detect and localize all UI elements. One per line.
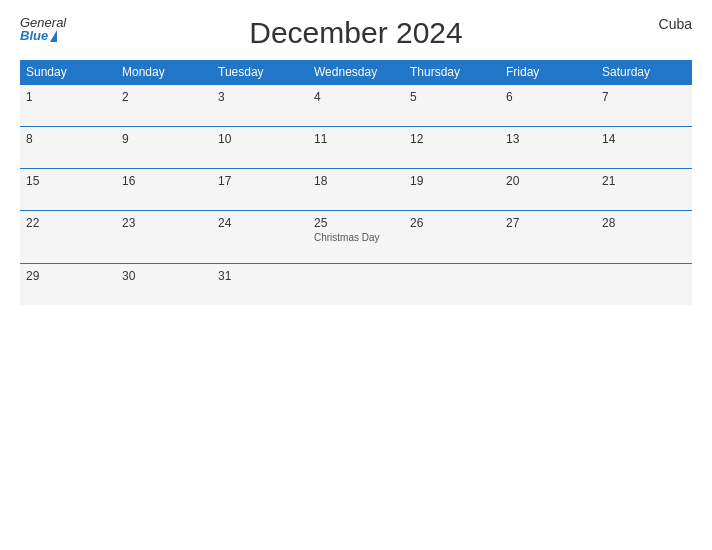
day-number: 5 <box>410 90 494 104</box>
header-saturday: Saturday <box>596 60 692 85</box>
table-row: 18 <box>308 169 404 211</box>
table-row: 29 <box>20 264 116 306</box>
day-number: 13 <box>506 132 590 146</box>
day-number: 28 <box>602 216 686 230</box>
day-number: 15 <box>26 174 110 188</box>
day-number: 22 <box>26 216 110 230</box>
day-number: 29 <box>26 269 110 283</box>
day-number: 7 <box>602 90 686 104</box>
page-title: December 2024 <box>249 16 462 50</box>
table-row: 14 <box>596 127 692 169</box>
table-row: 8 <box>20 127 116 169</box>
logo: General Blue <box>20 16 66 42</box>
day-number: 17 <box>218 174 302 188</box>
day-number: 23 <box>122 216 206 230</box>
table-row: 21 <box>596 169 692 211</box>
day-number: 31 <box>218 269 302 283</box>
table-row: 2 <box>116 85 212 127</box>
table-row: 31 <box>212 264 308 306</box>
table-row: 27 <box>500 211 596 264</box>
table-row: 28 <box>596 211 692 264</box>
weekday-header-row: Sunday Monday Tuesday Wednesday Thursday… <box>20 60 692 85</box>
day-number: 20 <box>506 174 590 188</box>
day-number: 24 <box>218 216 302 230</box>
day-number: 3 <box>218 90 302 104</box>
table-row: 26 <box>404 211 500 264</box>
table-row <box>308 264 404 306</box>
day-number: 30 <box>122 269 206 283</box>
day-number: 11 <box>314 132 398 146</box>
day-number: 4 <box>314 90 398 104</box>
header-friday: Friday <box>500 60 596 85</box>
logo-blue-text: Blue <box>20 29 48 42</box>
table-row: 10 <box>212 127 308 169</box>
header-monday: Monday <box>116 60 212 85</box>
logo-triangle-icon <box>50 30 57 42</box>
table-row: 15 <box>20 169 116 211</box>
day-number: 2 <box>122 90 206 104</box>
header-wednesday: Wednesday <box>308 60 404 85</box>
calendar-table: Sunday Monday Tuesday Wednesday Thursday… <box>20 60 692 305</box>
table-row: 23 <box>116 211 212 264</box>
calendar-week-row: 293031 <box>20 264 692 306</box>
day-number: 6 <box>506 90 590 104</box>
table-row: 3 <box>212 85 308 127</box>
table-row <box>500 264 596 306</box>
table-row: 4 <box>308 85 404 127</box>
calendar-week-row: 22232425Christmas Day262728 <box>20 211 692 264</box>
day-number: 21 <box>602 174 686 188</box>
table-row: 13 <box>500 127 596 169</box>
day-number: 1 <box>26 90 110 104</box>
table-row: 12 <box>404 127 500 169</box>
day-number: 25 <box>314 216 398 230</box>
calendar-week-row: 891011121314 <box>20 127 692 169</box>
day-number: 9 <box>122 132 206 146</box>
day-number: 16 <box>122 174 206 188</box>
calendar-week-row: 1234567 <box>20 85 692 127</box>
day-number: 18 <box>314 174 398 188</box>
day-number: 14 <box>602 132 686 146</box>
table-row <box>404 264 500 306</box>
table-row: 7 <box>596 85 692 127</box>
table-row: 9 <box>116 127 212 169</box>
day-number: 8 <box>26 132 110 146</box>
table-row: 20 <box>500 169 596 211</box>
table-row: 16 <box>116 169 212 211</box>
table-row: 25Christmas Day <box>308 211 404 264</box>
table-row: 1 <box>20 85 116 127</box>
table-row: 24 <box>212 211 308 264</box>
day-number: 26 <box>410 216 494 230</box>
table-row: 19 <box>404 169 500 211</box>
table-row <box>596 264 692 306</box>
holiday-label: Christmas Day <box>314 232 398 243</box>
table-row: 22 <box>20 211 116 264</box>
table-row: 6 <box>500 85 596 127</box>
header-sunday: Sunday <box>20 60 116 85</box>
day-number: 27 <box>506 216 590 230</box>
day-number: 12 <box>410 132 494 146</box>
day-number: 10 <box>218 132 302 146</box>
calendar-week-row: 15161718192021 <box>20 169 692 211</box>
table-row: 17 <box>212 169 308 211</box>
table-row: 11 <box>308 127 404 169</box>
calendar-header: General Blue December 2024 Cuba <box>20 16 692 50</box>
calendar-page: General Blue December 2024 Cuba Sunday M… <box>0 0 712 550</box>
header-tuesday: Tuesday <box>212 60 308 85</box>
table-row: 30 <box>116 264 212 306</box>
header-thursday: Thursday <box>404 60 500 85</box>
day-number: 19 <box>410 174 494 188</box>
table-row: 5 <box>404 85 500 127</box>
country-label: Cuba <box>659 16 692 32</box>
